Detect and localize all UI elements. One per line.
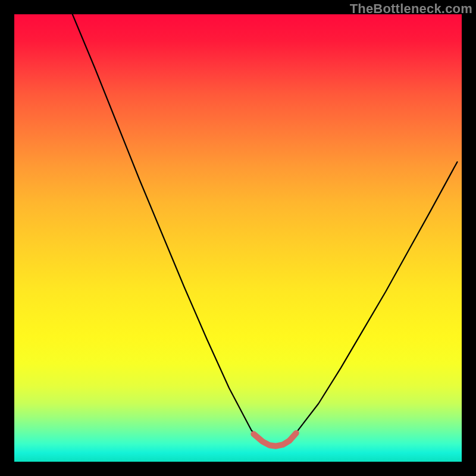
bottleneck-curve bbox=[73, 14, 458, 446]
chart-plot-area bbox=[14, 14, 462, 462]
chart-frame: TheBottleneck.com bbox=[0, 0, 476, 476]
chart-svg-layer bbox=[14, 14, 462, 462]
watermark-text: TheBottleneck.com bbox=[350, 1, 472, 17]
valley-marker bbox=[253, 433, 296, 446]
